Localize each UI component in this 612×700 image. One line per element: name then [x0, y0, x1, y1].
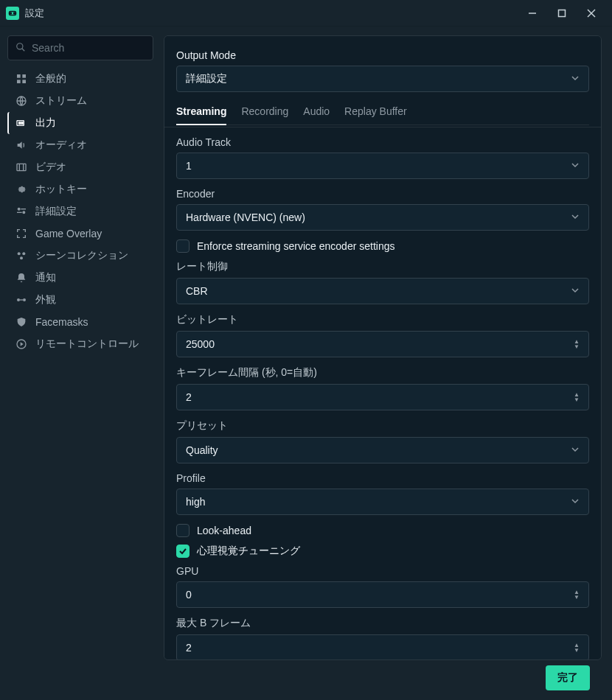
sidebar-item-label: Game Overlay	[35, 228, 102, 239]
svg-point-0	[10, 13, 12, 14]
sidebar-item-label: Facemasks	[35, 316, 88, 328]
svg-point-26	[20, 256, 23, 259]
tab-replay-buffer[interactable]: Replay Buffer	[344, 101, 407, 125]
sidebar-item-9[interactable]: 通知	[7, 267, 153, 289]
close-button[interactable]	[577, 2, 606, 24]
subtabs: Streaming Recording Audio Replay Buffer	[176, 101, 589, 125]
sidebar: 全般的ストリーム出力オーディオビデオホットキー詳細設定Game Overlayシ…	[0, 27, 161, 700]
bell-icon	[15, 271, 28, 284]
sidebar-item-11[interactable]: Facemasks	[7, 311, 153, 333]
svg-point-1	[14, 13, 15, 14]
psycho-checkbox-row[interactable]: 心理視覚チューニング	[176, 545, 589, 558]
sidebar-item-label: リモートコントロール	[35, 337, 139, 351]
film-icon	[15, 161, 28, 174]
output-mode-select[interactable]: 詳細設定	[176, 66, 589, 92]
encoder-value: Hardware (NVENC) (new)	[186, 211, 305, 223]
minimize-button[interactable]	[518, 2, 547, 24]
svg-point-7	[17, 43, 23, 49]
bframes-value: 2	[186, 642, 192, 654]
svg-line-8	[22, 48, 25, 51]
tab-audio[interactable]: Audio	[303, 101, 330, 125]
sidebar-item-label: 出力	[35, 116, 56, 130]
psycho-checkbox[interactable]	[176, 545, 189, 558]
play-icon	[15, 337, 28, 351]
gpu-label: GPU	[176, 565, 589, 577]
bitrate-value: 25000	[186, 338, 215, 350]
keyframe-input[interactable]: 2 ▲▼	[176, 384, 589, 410]
done-button[interactable]: 完了	[546, 665, 590, 690]
content-area: Output Mode 詳細設定 Streaming Recording Aud…	[161, 27, 612, 700]
audio-track-select[interactable]: 1	[176, 153, 589, 179]
svg-rect-17	[17, 164, 26, 170]
preset-label: プリセット	[176, 419, 589, 433]
bitrate-input[interactable]: 25000 ▲▼	[176, 331, 589, 357]
svg-point-20	[18, 208, 20, 210]
svg-rect-29	[20, 299, 23, 300]
sidebar-item-1[interactable]: ストリーム	[7, 90, 153, 112]
svg-point-22	[23, 211, 25, 214]
grid-icon	[15, 72, 28, 85]
sidebar-item-6[interactable]: 詳細設定	[7, 200, 153, 223]
spinner-icon[interactable]: ▲▼	[574, 589, 580, 600]
output-mode-label: Output Mode	[176, 49, 589, 61]
lookahead-checkbox-row[interactable]: Look-ahead	[176, 524, 589, 537]
nav-list: 全般的ストリーム出力オーディオビデオホットキー詳細設定Game Overlayシ…	[7, 68, 153, 355]
sidebar-item-7[interactable]: Game Overlay	[7, 223, 153, 245]
sidebar-item-2[interactable]: 出力	[7, 112, 153, 134]
svg-point-28	[23, 298, 26, 301]
chevron-down-icon	[571, 285, 580, 297]
collection-icon	[15, 249, 28, 262]
spinner-icon[interactable]: ▲▼	[574, 339, 580, 349]
bframes-input[interactable]: 2 ▲▼	[176, 634, 589, 660]
encoder-label: Encoder	[176, 188, 589, 200]
rate-control-select[interactable]: CBR	[176, 278, 589, 304]
tab-streaming[interactable]: Streaming	[176, 101, 226, 125]
sidebar-item-12[interactable]: リモートコントロール	[7, 333, 153, 355]
gpu-value: 0	[186, 589, 192, 601]
svg-rect-16	[21, 122, 23, 125]
profile-select[interactable]: high	[176, 489, 589, 515]
search-box[interactable]	[7, 35, 153, 60]
sidebar-item-label: シーンコレクション	[35, 249, 128, 262]
sidebar-item-label: ストリーム	[35, 94, 87, 108]
enforce-checkbox-row[interactable]: Enforce streaming service encoder settin…	[176, 239, 589, 253]
sidebar-item-10[interactable]: 外観	[7, 289, 153, 311]
gear-icon	[15, 183, 28, 196]
svg-marker-31	[21, 342, 24, 346]
svg-rect-11	[17, 80, 21, 83]
lookahead-label: Look-ahead	[197, 525, 251, 536]
spinner-icon[interactable]: ▲▼	[574, 643, 580, 653]
sidebar-item-3[interactable]: オーディオ	[7, 134, 153, 156]
svg-rect-10	[22, 74, 26, 78]
sidebar-item-5[interactable]: ホットキー	[7, 178, 153, 200]
chevron-down-icon	[571, 160, 580, 172]
enforce-checkbox[interactable]	[176, 239, 189, 253]
spinner-icon[interactable]: ▲▼	[574, 392, 580, 402]
window-title: 設定	[25, 7, 518, 20]
sidebar-item-label: 通知	[35, 271, 56, 284]
sidebar-item-8[interactable]: シーンコレクション	[7, 245, 153, 267]
svg-point-24	[18, 252, 21, 255]
shield-icon	[15, 315, 28, 329]
preset-select[interactable]: Quality	[176, 437, 589, 463]
enforce-label: Enforce streaming service encoder settin…	[197, 240, 394, 252]
tab-recording[interactable]: Recording	[241, 101, 288, 125]
search-input[interactable]	[32, 42, 161, 54]
keyframe-label: キーフレーム間隔 (秒, 0=自動)	[176, 366, 589, 379]
sidebar-item-4[interactable]: ビデオ	[7, 156, 153, 178]
preset-value: Quality	[186, 444, 218, 456]
rate-control-label: レート制御	[176, 260, 589, 273]
bframes-label: 最大 B フレーム	[176, 617, 589, 630]
footer: 完了	[164, 660, 602, 696]
sidebar-item-label: ビデオ	[35, 161, 66, 174]
lookahead-checkbox[interactable]	[176, 524, 189, 537]
search-icon	[15, 42, 26, 55]
sidebar-item-label: オーディオ	[35, 139, 87, 152]
sidebar-item-0[interactable]: 全般的	[7, 68, 153, 90]
gpu-input[interactable]: 0 ▲▼	[176, 581, 589, 608]
chevron-down-icon	[571, 444, 580, 456]
maximize-button[interactable]	[547, 2, 577, 24]
svg-rect-4	[559, 10, 566, 16]
output-icon	[15, 116, 28, 130]
encoder-select[interactable]: Hardware (NVENC) (new)	[176, 204, 589, 231]
